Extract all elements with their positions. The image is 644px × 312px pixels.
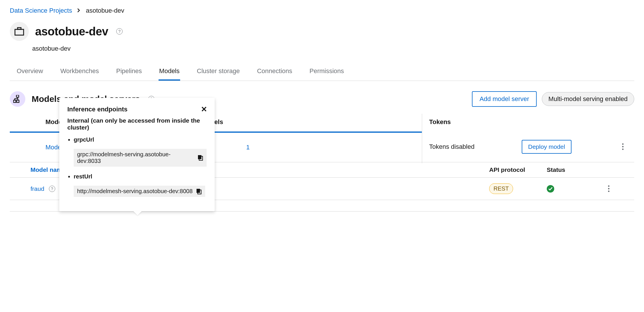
page-title: asotobue-dev (35, 25, 108, 38)
model-kebab-menu[interactable] (604, 184, 613, 193)
help-icon[interactable]: ? (49, 186, 55, 192)
col-tokens: Tokens (422, 114, 634, 130)
endpoint-item-grpc: grpcUrl grpc://modelmesh-serving.asotobu… (74, 136, 207, 167)
tab-cluster-storage[interactable]: Cluster storage (196, 64, 240, 81)
svg-rect-6 (198, 155, 201, 159)
breadcrumb: Data Science Projects asotobue-dev (10, 7, 634, 14)
popover-header: Inference endpoints (67, 105, 207, 114)
col-status: Status (547, 166, 604, 173)
tabs: Overview Workbenches Pipelines Models Cl… (10, 64, 634, 81)
model-name-link[interactable]: fraud (31, 185, 44, 192)
endpoint-url-chip: http://modelmesh-serving.asotobue-dev:80… (74, 186, 205, 197)
project-icon (10, 22, 29, 41)
endpoint-url: http://modelmesh-serving.asotobue-dev:80… (77, 188, 193, 195)
model-servers-icon (10, 91, 25, 107)
page-title-row: asotobue-dev ? (10, 22, 634, 41)
svg-rect-2 (16, 95, 19, 97)
chevron-right-icon (77, 7, 81, 14)
endpoint-item-rest: restUrl http://modelmesh-serving.asotobu… (74, 173, 207, 197)
popover-subtitle: Internal (can only be accessed from insi… (67, 117, 207, 131)
close-icon[interactable] (201, 105, 207, 114)
add-model-server-button[interactable]: Add model server (472, 91, 536, 107)
inference-endpoints-popover: Inference endpoints Internal (can only b… (59, 98, 215, 211)
popover-title: Inference endpoints (67, 106, 127, 113)
breadcrumb-current: asotobue-dev (86, 7, 124, 14)
svg-rect-1 (18, 28, 21, 29)
endpoint-url: grpc://modelmesh-serving.asotobue-dev:80… (77, 151, 194, 164)
col-api-protocol: API protocol (489, 166, 547, 173)
endpoint-label: grpcUrl (74, 136, 207, 143)
deployed-count-link[interactable]: 1 (246, 144, 250, 151)
copy-icon[interactable] (197, 155, 203, 161)
tab-permissions[interactable]: Permissions (309, 64, 345, 81)
copy-icon[interactable] (196, 188, 202, 195)
endpoint-label: restUrl (74, 173, 207, 180)
serving-mode-badge: Multi-model serving enabled (542, 92, 634, 106)
popover-arrow (134, 211, 142, 215)
breadcrumb-root-link[interactable]: Data Science Projects (10, 7, 72, 14)
section-header-right: Add model server Multi-model serving ena… (472, 91, 634, 107)
tab-connections[interactable]: Connections (256, 64, 293, 81)
tab-pipelines[interactable]: Pipelines (116, 64, 142, 81)
page-subtitle: asotobue-dev (32, 45, 634, 52)
status-ok-icon (547, 185, 554, 193)
endpoint-list: grpcUrl grpc://modelmesh-serving.asotobu… (67, 136, 207, 197)
page: Data Science Projects asotobue-dev asoto… (0, 0, 644, 235)
svg-rect-0 (15, 29, 24, 35)
svg-rect-8 (197, 189, 200, 193)
tab-overview[interactable]: Overview (16, 64, 44, 81)
api-protocol-badge: REST (489, 183, 513, 194)
svg-rect-4 (17, 100, 19, 102)
tab-workbenches[interactable]: Workbenches (60, 64, 100, 81)
tab-models[interactable]: Models (159, 64, 180, 81)
help-icon[interactable]: ? (116, 28, 123, 35)
svg-rect-3 (14, 100, 16, 102)
endpoint-url-chip: grpc://modelmesh-serving.asotobue-dev:80… (74, 149, 207, 167)
